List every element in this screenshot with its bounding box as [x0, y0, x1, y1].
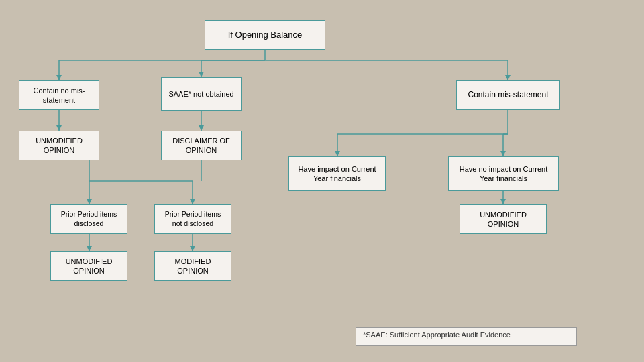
have-no-impact-box: Have no impact on Current Year financial… [448, 156, 559, 191]
svg-marker-27 [190, 199, 195, 204]
modified-opinion-box: MODIFIED OPINION [154, 251, 231, 281]
svg-marker-9 [505, 75, 511, 80]
opening-balance-label: If Opening Balance [228, 29, 303, 41]
contain-no-mis-box: Contain no mis-statement [19, 80, 99, 110]
svg-marker-17 [335, 151, 340, 156]
svg-marker-6 [199, 72, 204, 77]
unmodified-opinion-2-label: UNMODIFIED OPINION [466, 210, 541, 229]
opening-balance-box: If Opening Balance [205, 20, 325, 50]
svg-marker-25 [87, 199, 92, 204]
footnote-label: *SAAE: Sufficient Appropriate Audit Evid… [363, 330, 511, 339]
contain-mis-box: Contain mis-statement [456, 80, 560, 110]
disclaimer-label: DISCLAIMER OF OPINION [167, 136, 235, 156]
have-impact-box: Have impact on Current Year financials [288, 156, 386, 191]
have-no-impact-label: Have no impact on Current Year financial… [454, 164, 553, 184]
prior-not-disclosed-label: Prior Period items not disclosed [160, 210, 225, 228]
contain-no-mis-label: Contain no mis-statement [25, 86, 93, 105]
contain-mis-label: Contain mis-statement [468, 90, 548, 101]
have-impact-label: Have impact on Current Year financials [294, 164, 380, 184]
svg-marker-32 [87, 246, 92, 251]
diagram-container: If Opening Balance Contain no mis-statem… [0, 0, 644, 362]
prior-not-disclosed-box: Prior Period items not disclosed [154, 204, 231, 234]
unmodified-opinion-2-box: UNMODIFIED OPINION [460, 204, 547, 234]
unmodified-opinion-3-box: UNMODIFIED OPINION [50, 251, 127, 281]
svg-marker-11 [56, 125, 62, 131]
unmodified-opinion-1-label: UNMODIFIED OPINION [25, 136, 93, 156]
svg-marker-20 [500, 151, 506, 156]
footnote-box: *SAAE: Sufficient Appropriate Audit Evid… [356, 327, 577, 346]
svg-marker-34 [190, 246, 195, 251]
svg-marker-30 [500, 199, 506, 204]
disclaimer-box: DISCLAIMER OF OPINION [161, 131, 241, 160]
prior-disclosed-label: Prior Period items disclosed [56, 210, 121, 228]
saae-not-obtained-box: SAAE* not obtained [161, 77, 241, 111]
unmodified-opinion-3-label: UNMODIFIED OPINION [56, 257, 121, 276]
saae-not-obtained-label: SAAE* not obtained [168, 89, 233, 99]
svg-marker-3 [56, 75, 62, 80]
unmodified-opinion-1-box: UNMODIFIED OPINION [19, 131, 99, 160]
prior-disclosed-box: Prior Period items disclosed [50, 204, 127, 234]
modified-opinion-label: MODIFIED OPINION [160, 257, 225, 276]
svg-marker-13 [199, 125, 204, 131]
